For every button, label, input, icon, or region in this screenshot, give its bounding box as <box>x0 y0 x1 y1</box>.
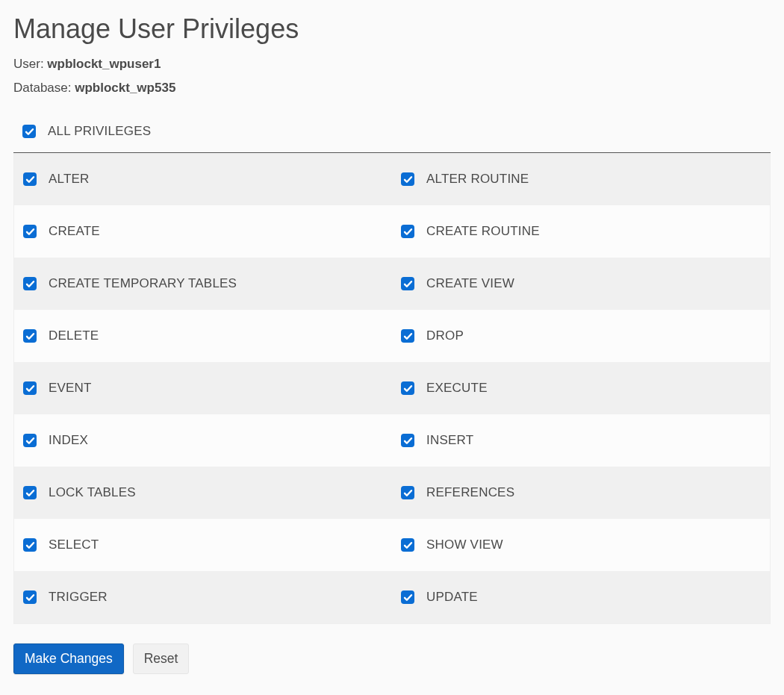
privilege-cell: DELETE <box>14 310 392 362</box>
privilege-checkbox[interactable] <box>401 381 414 395</box>
privilege-label[interactable]: EXECUTE <box>426 381 488 396</box>
privilege-cell: CREATE <box>14 205 392 258</box>
user-value: wpblockt_wpuser1 <box>47 57 161 71</box>
check-icon <box>25 384 35 393</box>
privilege-row: CREATE TEMPORARY TABLESCREATE VIEW <box>14 258 770 310</box>
privilege-row: TRIGGERUPDATE <box>14 571 770 623</box>
make-changes-button[interactable]: Make Changes <box>13 643 124 674</box>
privilege-checkbox[interactable] <box>23 590 37 604</box>
privilege-label[interactable]: CREATE ROUTINE <box>426 224 540 239</box>
check-icon <box>403 331 413 341</box>
privilege-cell: INDEX <box>14 414 392 467</box>
privilege-checkbox[interactable] <box>23 172 37 186</box>
user-line: User: wpblockt_wpuser1 <box>13 57 771 72</box>
privileges-table: ALL PRIVILEGES ALTERALTER ROUTINECREATEC… <box>13 116 771 624</box>
privilege-label[interactable]: DELETE <box>49 328 99 343</box>
privilege-cell: CREATE ROUTINE <box>392 205 770 258</box>
privilege-cell: TRIGGER <box>14 571 392 623</box>
all-privileges-label[interactable]: ALL PRIVILEGES <box>48 124 151 139</box>
privilege-row: ALTERALTER ROUTINE <box>14 153 770 205</box>
privilege-checkbox[interactable] <box>23 381 37 395</box>
privilege-checkbox[interactable] <box>401 172 414 186</box>
privilege-checkbox[interactable] <box>23 434 37 447</box>
privilege-cell: SELECT <box>14 519 392 571</box>
check-icon <box>25 279 35 289</box>
check-icon <box>403 540 413 550</box>
privilege-label[interactable]: ALTER <box>49 172 90 187</box>
privilege-row: SELECTSHOW VIEW <box>14 519 770 571</box>
privilege-label[interactable]: SHOW VIEW <box>426 537 503 552</box>
check-icon <box>25 127 34 137</box>
page-title: Manage User Privileges <box>13 13 771 45</box>
all-privileges-checkbox[interactable] <box>22 125 36 138</box>
privilege-checkbox[interactable] <box>401 277 414 290</box>
privilege-row: DELETEDROP <box>14 310 770 362</box>
privilege-cell: ALTER ROUTINE <box>392 153 770 205</box>
privilege-checkbox[interactable] <box>401 329 414 343</box>
check-icon <box>25 227 35 237</box>
privilege-label[interactable]: CREATE VIEW <box>426 276 514 291</box>
reset-button[interactable]: Reset <box>133 643 190 674</box>
actions-bar: Make Changes Reset <box>13 643 771 674</box>
database-label: Database: <box>13 81 75 95</box>
privilege-cell: ALTER <box>14 153 392 205</box>
privilege-checkbox[interactable] <box>23 277 37 290</box>
privilege-cell: EXECUTE <box>392 362 770 414</box>
privilege-cell: DROP <box>392 310 770 362</box>
privilege-checkbox[interactable] <box>401 486 414 499</box>
privilege-label[interactable]: SELECT <box>49 537 99 552</box>
privilege-label[interactable]: INSERT <box>426 433 473 448</box>
check-icon <box>25 540 35 550</box>
privilege-checkbox[interactable] <box>401 225 414 238</box>
privilege-row: LOCK TABLESREFERENCES <box>14 467 770 519</box>
check-icon <box>25 436 35 446</box>
privilege-cell: CREATE TEMPORARY TABLES <box>14 258 392 310</box>
privilege-label[interactable]: REFERENCES <box>426 485 514 500</box>
privilege-cell: CREATE VIEW <box>392 258 770 310</box>
privilege-checkbox[interactable] <box>23 486 37 499</box>
privilege-cell: LOCK TABLES <box>14 467 392 519</box>
privilege-label[interactable]: DROP <box>426 328 464 343</box>
privilege-label[interactable]: EVENT <box>49 381 92 396</box>
all-privileges-row: ALL PRIVILEGES <box>13 116 771 153</box>
check-icon <box>403 436 413 446</box>
privilege-cell: UPDATE <box>392 571 770 623</box>
database-value: wpblockt_wp535 <box>75 81 175 95</box>
check-icon <box>25 593 35 602</box>
check-icon <box>25 175 35 184</box>
check-icon <box>403 593 413 602</box>
check-icon <box>403 384 413 393</box>
privilege-label[interactable]: CREATE TEMPORARY TABLES <box>49 276 237 291</box>
privilege-checkbox[interactable] <box>23 225 37 238</box>
privilege-label[interactable]: LOCK TABLES <box>49 485 136 500</box>
privilege-label[interactable]: CREATE <box>49 224 100 239</box>
privilege-cell: SHOW VIEW <box>392 519 770 571</box>
database-line: Database: wpblockt_wp535 <box>13 81 771 96</box>
privilege-cell: INSERT <box>392 414 770 467</box>
check-icon <box>403 279 413 289</box>
privilege-checkbox[interactable] <box>23 538 37 552</box>
privilege-row: INDEXINSERT <box>14 414 770 467</box>
privilege-label[interactable]: INDEX <box>49 433 88 448</box>
privilege-cell: EVENT <box>14 362 392 414</box>
privilege-label[interactable]: TRIGGER <box>49 590 108 605</box>
privilege-checkbox[interactable] <box>23 329 37 343</box>
privilege-label[interactable]: ALTER ROUTINE <box>426 172 529 187</box>
privilege-cell: REFERENCES <box>392 467 770 519</box>
check-icon <box>25 331 35 341</box>
check-icon <box>25 488 35 498</box>
privileges-body: ALTERALTER ROUTINECREATECREATE ROUTINECR… <box>13 153 771 624</box>
check-icon <box>403 227 413 237</box>
privilege-row: EVENTEXECUTE <box>14 362 770 414</box>
privilege-checkbox[interactable] <box>401 538 414 552</box>
privilege-checkbox[interactable] <box>401 590 414 604</box>
user-label: User: <box>13 57 47 71</box>
check-icon <box>403 488 413 498</box>
privilege-row: CREATECREATE ROUTINE <box>14 205 770 258</box>
check-icon <box>403 175 413 184</box>
privilege-checkbox[interactable] <box>401 434 414 447</box>
privilege-label[interactable]: UPDATE <box>426 590 478 605</box>
